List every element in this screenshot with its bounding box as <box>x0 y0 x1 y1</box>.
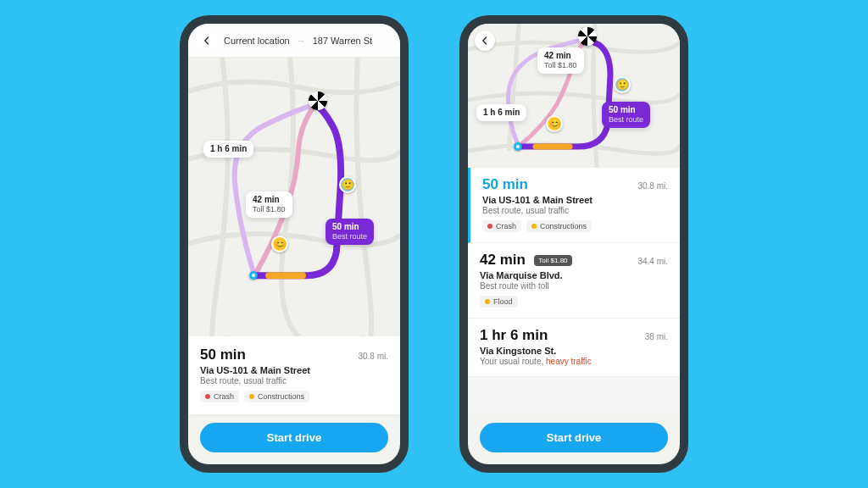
route-tags: Crash Constructions <box>200 391 388 402</box>
map-roads <box>468 24 680 168</box>
route-desc: Best route with toll <box>480 281 668 291</box>
tag-label: Crash <box>496 222 516 230</box>
route-desc-prefix: Your usual route, <box>480 357 546 366</box>
tag-constructions: Constructions <box>244 391 309 402</box>
route-header: Current location → 187 Warren St <box>188 24 400 58</box>
screen: Current location → 187 Warren St <box>188 24 400 464</box>
route-option-2[interactable]: 42 min Toll $1.80 34.4 mi. Via Marquise … <box>468 243 680 319</box>
callout-time: 42 min <box>544 51 571 60</box>
map-view[interactable]: 🙂 😊 1 h 6 min 42 min Toll $1.80 50 min B… <box>188 58 400 336</box>
back-button[interactable] <box>197 30 217 51</box>
callout-time: 50 min <box>332 222 359 231</box>
wazer-avatar-icon[interactable]: 🙂 <box>614 76 631 93</box>
route-time: 1 hr 6 min <box>480 327 548 344</box>
route-desc: Best route, usual traffic <box>200 376 388 385</box>
route-time: 50 min <box>200 347 246 363</box>
phone-frame-right: 🙂 😊 1 h 6 min 42 min Toll $1.80 50 min B… <box>459 15 688 473</box>
hazard-emoji-icon[interactable]: 😊 <box>546 115 563 132</box>
tag-label: Constructions <box>258 392 304 401</box>
route-time: 50 min <box>482 176 528 193</box>
chevron-left-icon <box>481 36 489 45</box>
callout-best-label: Best route <box>609 115 643 125</box>
wazer-avatar-icon[interactable]: 🙂 <box>339 176 356 193</box>
construction-dot-icon <box>249 394 254 399</box>
route-callout-alt2[interactable]: 42 min Toll $1.80 <box>246 191 292 218</box>
callout-best-label: Best route <box>332 232 367 241</box>
tag-constructions: Constructions <box>526 220 592 232</box>
callout-toll: Toll $1.80 <box>253 205 286 214</box>
map-view[interactable]: 🙂 😊 1 h 6 min 42 min Toll $1.80 50 min B… <box>468 24 680 168</box>
route-tags: Flood <box>480 296 668 308</box>
route-time: 42 min <box>480 252 526 268</box>
destination-flag-icon <box>309 92 327 110</box>
tag-crash: Crash <box>200 391 239 402</box>
screen: 🙂 😊 1 h 6 min 42 min Toll $1.80 50 min B… <box>468 24 680 464</box>
tag-label: Crash <box>214 392 234 401</box>
toll-badge: Toll $1.80 <box>534 255 571 266</box>
route-callout-alt1[interactable]: 1 h 6 min <box>476 104 526 121</box>
route-option-1[interactable]: 50 min 30.8 mi. Via US-101 & Main Street… <box>468 168 680 243</box>
back-button[interactable] <box>475 30 495 51</box>
callout-toll: Toll $1.80 <box>544 61 577 70</box>
tag-label: Flood <box>493 297 513 306</box>
route-distance: 38 mi. <box>645 332 668 341</box>
route-option-3[interactable]: 1 hr 6 min 38 mi. Via Kingstone St. Your… <box>468 319 680 377</box>
route-via: Via Kingstone St. <box>480 346 668 356</box>
chevron-left-icon <box>203 36 211 45</box>
destination-flag-icon <box>578 27 597 46</box>
route-distance: 30.8 mi. <box>358 352 388 361</box>
route-callout-best[interactable]: 50 min Best route <box>602 102 650 128</box>
route-distance: 30.8 mi. <box>637 181 668 191</box>
tag-crash: Crash <box>482 220 521 232</box>
arrow-right-icon: → <box>297 36 306 46</box>
callout-time: 42 min <box>253 195 280 204</box>
phone-frame-left: Current location → 187 Warren St <box>180 15 409 473</box>
route-desc: Best route, usual traffic <box>482 206 668 215</box>
callout-time: 50 min <box>609 105 636 114</box>
construction-dot-icon <box>531 224 537 229</box>
destination-label: 187 Warren St <box>313 36 373 46</box>
route-tags: Crash Constructions <box>482 220 668 232</box>
origin-dot-icon <box>249 271 258 280</box>
hazard-emoji-icon[interactable]: 😊 <box>271 236 288 252</box>
tag-label: Constructions <box>540 222 587 230</box>
start-drive-button[interactable]: Start drive <box>200 423 388 452</box>
route-via: Via Marquise Blvd. <box>480 270 668 280</box>
origin-dot-icon <box>514 142 522 151</box>
callout-time: 1 h 6 min <box>483 108 520 117</box>
route-callout-alt2[interactable]: 42 min Toll $1.80 <box>537 47 584 74</box>
routes-list: 50 min 30.8 mi. Via US-101 & Main Street… <box>468 168 680 414</box>
callout-time: 1 h 6 min <box>210 144 247 153</box>
crash-dot-icon <box>487 224 492 229</box>
route-desc-heavy: heavy traffic <box>546 357 592 366</box>
tag-flood: Flood <box>480 296 518 308</box>
route-summary-panel: 50 min 30.8 mi. Via US-101 & Main Street… <box>188 336 400 414</box>
route-via: Via US-101 & Main Street <box>200 365 388 375</box>
start-drive-button[interactable]: Start drive <box>480 423 668 452</box>
crash-dot-icon <box>205 394 210 399</box>
route-callout-best[interactable]: 50 min Best route <box>326 219 374 245</box>
route-distance: 34.4 mi. <box>637 257 668 266</box>
map-roads <box>188 58 400 336</box>
route-desc: Your usual route, heavy traffic <box>480 357 668 366</box>
route-via: Via US-101 & Main Street <box>482 195 668 205</box>
route-callout-alt1[interactable]: 1 h 6 min <box>203 141 253 158</box>
origin-label: Current location <box>224 36 290 46</box>
flood-dot-icon <box>485 299 490 304</box>
